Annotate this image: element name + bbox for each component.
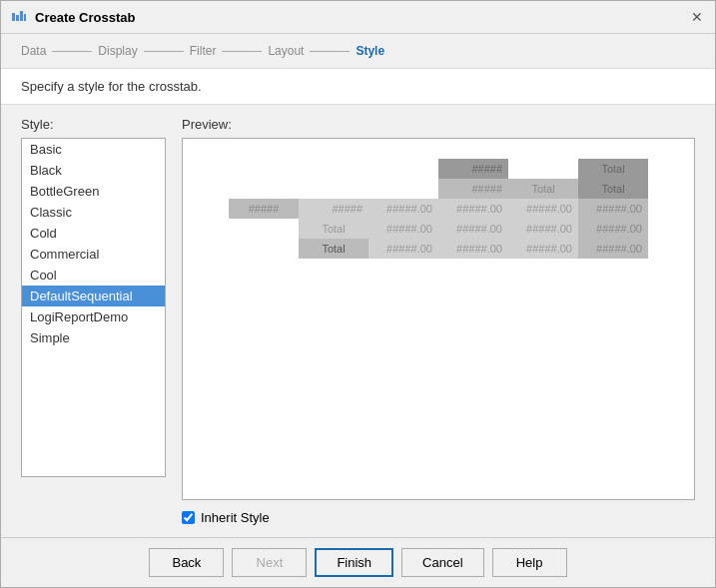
step-filter: Filter	[190, 44, 217, 58]
style-label: Style:	[21, 117, 166, 132]
preview-row-5: Total #####.00 #####.00 #####.00 #####.0…	[229, 239, 648, 259]
cell-hashdec-12: #####.00	[578, 239, 648, 259]
wizard-steps: Data Display Filter Layout Style	[1, 34, 715, 69]
style-item-bottlegreen[interactable]: BottleGreen	[22, 181, 165, 202]
cell-empty-4	[508, 159, 578, 179]
inherit-style-checkbox[interactable]	[182, 511, 195, 524]
cell-hashdec-8: #####.00	[578, 219, 648, 239]
cell-hashdec-5: #####.00	[368, 219, 438, 239]
cell-hashdec-11: #####.00	[508, 239, 578, 259]
close-button[interactable]: ✕	[689, 9, 705, 25]
cell-total-5: Total	[299, 239, 368, 259]
cell-total-1: Total	[578, 159, 648, 179]
footer: Back Next Finish Cancel Help	[1, 537, 715, 587]
cell-hashdec-9: #####.00	[368, 239, 438, 259]
title-bar-left: Create Crosstab	[11, 9, 135, 25]
preview-table: ##### Total ##### Total Total	[229, 159, 648, 259]
svg-rect-2	[20, 11, 23, 21]
style-list[interactable]: Basic Black BottleGreen Classic Cold Com…	[21, 138, 166, 477]
preview-row-3: ##### ##### #####.00 #####.00 #####.00 #…	[229, 199, 648, 219]
preview-panel: Preview: ##### Total	[182, 117, 695, 525]
cell-empty-9	[229, 239, 299, 259]
cell-empty-6	[299, 179, 368, 199]
step-layout: Layout	[268, 44, 304, 58]
inherit-style-label[interactable]: Inherit Style	[201, 510, 270, 525]
cell-hashdec-1: #####.00	[368, 199, 438, 219]
svg-rect-0	[12, 13, 15, 21]
style-panel: Style: Basic Black BottleGreen Classic C…	[21, 117, 166, 525]
cell-hashdec-4: #####.00	[578, 199, 648, 219]
cell-total-2: Total	[508, 179, 578, 199]
style-item-commercial[interactable]: Commercial	[22, 244, 165, 265]
cell-hash-1: #####	[438, 159, 508, 179]
svg-rect-3	[24, 14, 26, 21]
subtitle: Specify a style for the crosstab.	[1, 69, 715, 105]
title-bar: Create Crosstab ✕	[1, 1, 715, 34]
preview-row-2: ##### Total Total	[229, 179, 648, 199]
style-item-classic[interactable]: Classic	[22, 202, 165, 223]
preview-row-4: Total #####.00 #####.00 #####.00 #####.0…	[229, 219, 648, 239]
cell-total-3: Total	[578, 179, 648, 199]
style-item-basic[interactable]: Basic	[22, 139, 165, 160]
cell-hashdec-10: #####.00	[438, 239, 508, 259]
cell-hashdec-6: #####.00	[438, 219, 508, 239]
next-button[interactable]: Next	[232, 548, 307, 577]
cell-hashdec-2: #####.00	[438, 199, 508, 219]
style-item-cool[interactable]: Cool	[22, 265, 165, 286]
cell-empty-7	[368, 179, 438, 199]
cell-empty-5	[229, 179, 299, 199]
help-button[interactable]: Help	[492, 548, 567, 577]
style-item-black[interactable]: Black	[22, 160, 165, 181]
back-button[interactable]: Back	[149, 548, 224, 577]
create-crosstab-dialog: Create Crosstab ✕ Data Display Filter La…	[0, 0, 716, 588]
dialog-title: Create Crosstab	[35, 10, 135, 25]
cell-hash-2: #####	[438, 179, 508, 199]
preview-label: Preview:	[182, 117, 695, 132]
cell-empty-1	[229, 159, 299, 179]
crosstab-icon	[11, 9, 27, 25]
preview-row-1: ##### Total	[229, 159, 648, 179]
step-divider-1	[52, 51, 92, 52]
step-style: Style	[356, 44, 384, 58]
cell-total-4: Total	[299, 219, 368, 239]
step-divider-3	[222, 51, 262, 52]
cell-hashdec-3: #####.00	[508, 199, 578, 219]
step-data: Data	[21, 44, 46, 58]
svg-rect-1	[16, 15, 19, 21]
cell-empty-8	[229, 219, 299, 239]
cell-hashdec-7: #####.00	[508, 219, 578, 239]
finish-button[interactable]: Finish	[315, 548, 393, 577]
main-content: Style: Basic Black BottleGreen Classic C…	[1, 105, 715, 537]
cell-empty-3	[368, 159, 438, 179]
cell-hash-3: #####	[229, 199, 299, 219]
step-divider-4	[310, 51, 350, 52]
style-item-logireportdemo[interactable]: LogiReportDemo	[22, 306, 165, 327]
step-display: Display	[98, 44, 137, 58]
cell-hash-4: #####	[299, 199, 368, 219]
style-item-defaultsequential[interactable]: DefaultSequential	[22, 286, 165, 306]
style-item-simple[interactable]: Simple	[22, 327, 165, 348]
style-item-cold[interactable]: Cold	[22, 223, 165, 244]
cell-empty-2	[299, 159, 368, 179]
inherit-style-row: Inherit Style	[182, 510, 695, 525]
cancel-button[interactable]: Cancel	[401, 548, 483, 577]
step-divider-2	[144, 51, 184, 52]
preview-area: ##### Total ##### Total Total	[182, 138, 695, 500]
